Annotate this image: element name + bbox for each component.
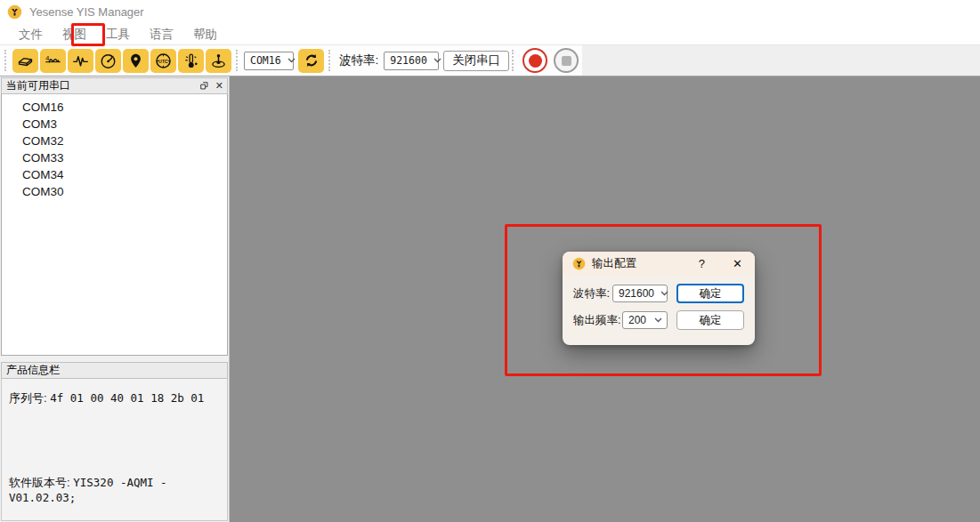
- pulse-waveform-icon: [71, 52, 90, 70]
- stop-icon: [562, 56, 571, 66]
- menu-item-language[interactable]: 语言: [140, 25, 183, 44]
- baud-rate-value: 921600: [619, 287, 654, 300]
- location-pin-icon: [126, 52, 145, 70]
- menu-item-tools[interactable]: 工具: [96, 25, 140, 44]
- level-pin-icon: [209, 52, 228, 70]
- menu-item-file[interactable]: 文件: [9, 25, 53, 44]
- baud-rate-label: 波特率:: [573, 286, 610, 301]
- chevron-down-icon: [654, 291, 668, 296]
- utc-clock-icon: UTC: [154, 52, 173, 70]
- info-dock-title: 产品信息栏: [6, 363, 60, 378]
- port-list-item[interactable]: COM34: [2, 166, 227, 183]
- svg-text:4: 4: [45, 54, 49, 62]
- toolbar-handle[interactable]: [328, 50, 332, 71]
- ports-dock-header: 当前可用串口 ✕: [1, 77, 228, 94]
- toolbar: 4UTC COM16 波特率: 921600: [0, 45, 980, 76]
- raw-wave-button[interactable]: [68, 49, 93, 73]
- menu-item-view[interactable]: 视图: [53, 25, 96, 44]
- dialog-logo-icon: [572, 257, 586, 270]
- thermometer-icon: [182, 52, 200, 70]
- toolbar-handle[interactable]: [4, 50, 8, 71]
- output-config-dialog: 输出配置 ? ✕ 波特率:921600确定输出频率:200确定: [563, 252, 755, 345]
- dock-splitter[interactable]: [0, 356, 229, 361]
- port-list-item[interactable]: COM33: [2, 149, 227, 166]
- menu-bar: 文件视图工具语言帮助: [0, 24, 980, 45]
- toolbar-empty-area: [582, 45, 980, 76]
- cube-3d-icon: [16, 52, 35, 70]
- utc-clock-button[interactable]: UTC: [150, 49, 176, 73]
- gauge-icon: [99, 52, 117, 70]
- product-info-panel: 序列号: 4f 01 00 40 01 18 2b 01 软件版本号: YIS3…: [1, 379, 228, 521]
- serial-number-value: 4f 01 00 40 01 18 2b 01: [50, 391, 204, 405]
- baud-rate-row: 波特率:921600确定: [573, 284, 744, 303]
- left-dock-panel: 当前可用串口 ✕ COM16COM3COM32COM33COM34COM30 产…: [0, 76, 230, 522]
- svg-text:UTC: UTC: [158, 58, 168, 63]
- chevron-down-icon: [281, 58, 296, 63]
- baud-rate-select[interactable]: 921600: [384, 52, 439, 70]
- app-logo-icon: [7, 4, 22, 20]
- info-dock-header: 产品信息栏: [1, 362, 228, 379]
- output-rate-value: 200: [628, 314, 646, 326]
- close-serial-button[interactable]: 关闭串口: [443, 51, 509, 71]
- toolbar-handle[interactable]: [512, 50, 515, 71]
- port-list-item[interactable]: COM3: [2, 116, 227, 133]
- serial-number-label: 序列号:: [9, 391, 47, 405]
- output-rate-ok-button[interactable]: 确定: [676, 310, 744, 330]
- port-list-item[interactable]: COM30: [2, 183, 227, 200]
- port-list: COM16COM3COM32COM33COM34COM30: [1, 94, 228, 356]
- port-select-value: COM16: [250, 54, 281, 67]
- record-icon: [529, 54, 542, 68]
- window-titlebar: Yesense YIS Manager: [0, 0, 980, 24]
- chevron-down-icon: [427, 58, 441, 63]
- menu-item-help[interactable]: 帮助: [183, 25, 227, 44]
- output-rate-row: 输出频率:200确定: [573, 310, 744, 330]
- record-button[interactable]: [522, 48, 547, 73]
- port-list-item[interactable]: COM16: [2, 99, 227, 116]
- attitude-waveform-icon: 4: [44, 52, 62, 70]
- refresh-icon: [303, 52, 320, 69]
- location-button[interactable]: [123, 49, 149, 73]
- gauge-button[interactable]: [95, 49, 121, 73]
- level-button[interactable]: [206, 49, 231, 73]
- baud-rate-ok-button[interactable]: 确定: [676, 284, 744, 303]
- refresh-ports-button[interactable]: [298, 49, 324, 73]
- dialog-title: 输出配置: [592, 256, 636, 271]
- baud-rate-select[interactable]: 921600: [612, 285, 668, 302]
- dialog-close-button[interactable]: ✕: [731, 257, 744, 270]
- dialog-help-button[interactable]: ?: [695, 257, 709, 270]
- dock-float-button[interactable]: [199, 81, 209, 91]
- ports-dock-title: 当前可用串口: [6, 78, 70, 93]
- port-list-item[interactable]: COM32: [2, 133, 227, 149]
- attitude-wave-button[interactable]: 4: [40, 49, 66, 73]
- temperature-button[interactable]: [178, 49, 204, 73]
- chevron-down-icon: [648, 317, 662, 323]
- dialog-titlebar: 输出配置 ? ✕: [563, 252, 755, 275]
- dock-close-button[interactable]: ✕: [215, 81, 223, 91]
- baud-rate-label: 波特率:: [339, 52, 378, 68]
- baud-rate-value: 921600: [390, 54, 427, 67]
- stop-button[interactable]: [554, 48, 579, 73]
- toolbar-handle[interactable]: [236, 50, 239, 71]
- 3d-model-button[interactable]: [12, 49, 38, 73]
- firmware-version-label: 软件版本号:: [9, 476, 70, 489]
- output-rate-label: 输出频率:: [573, 313, 620, 328]
- window-title: Yesense YIS Manager: [29, 5, 144, 19]
- port-select[interactable]: COM16: [244, 52, 294, 70]
- output-rate-select[interactable]: 200: [622, 311, 668, 329]
